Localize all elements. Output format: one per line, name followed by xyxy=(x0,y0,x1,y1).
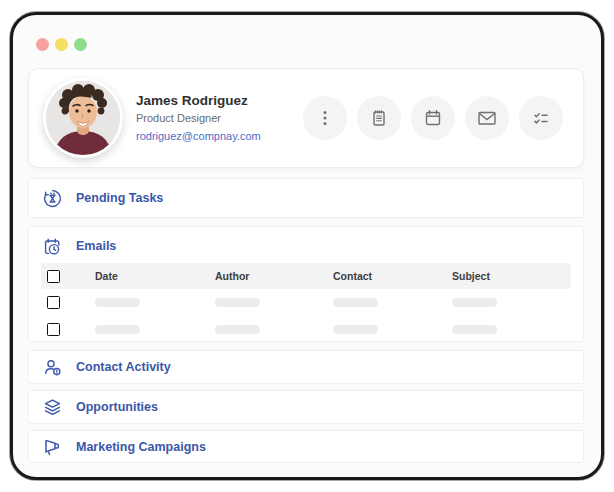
placeholder-author xyxy=(215,298,260,307)
minimize-button[interactable] xyxy=(55,38,68,51)
section-label: Opportunities xyxy=(76,400,158,414)
contact-email-link[interactable]: rodriguez@compnay.com xyxy=(136,131,261,142)
section-contact-activity[interactable]: Contact Activity xyxy=(28,350,584,384)
contact-role: Product Designer xyxy=(136,113,261,124)
section-pending-tasks[interactable]: Pending Tasks xyxy=(28,178,584,218)
placeholder-contact xyxy=(333,298,378,307)
column-header-contact: Contact xyxy=(333,270,452,282)
close-button[interactable] xyxy=(36,38,49,51)
placeholder-subject xyxy=(452,298,497,307)
hourglass-pending-icon xyxy=(42,188,63,209)
checklist-icon xyxy=(530,107,552,129)
layers-icon xyxy=(42,397,63,418)
notes-button[interactable] xyxy=(357,96,401,140)
envelope-icon xyxy=(475,106,499,130)
schedule-clock-icon xyxy=(42,236,63,257)
placeholder-date xyxy=(95,325,140,334)
section-label: Emails xyxy=(76,239,116,253)
tasks-button[interactable] xyxy=(519,96,563,140)
emails-table-header: Date Author Contact Subject xyxy=(41,263,571,289)
person-alert-icon xyxy=(42,357,63,378)
avatar-illustration xyxy=(46,81,120,155)
section-marketing-campaigns[interactable]: Marketing Campaigns xyxy=(28,430,584,463)
window-controls xyxy=(36,38,87,51)
contact-name: James Rodriguez xyxy=(136,94,261,108)
calendar-button[interactable] xyxy=(411,96,455,140)
placeholder-author xyxy=(215,325,260,334)
notepad-icon xyxy=(368,107,390,129)
column-header-date: Date xyxy=(95,270,215,282)
section-label: Contact Activity xyxy=(76,360,171,374)
email-button[interactable] xyxy=(465,96,509,140)
action-buttons xyxy=(303,96,563,140)
calendar-icon xyxy=(422,107,444,129)
row-checkbox[interactable] xyxy=(47,296,60,309)
maximize-button[interactable] xyxy=(74,38,87,51)
table-row[interactable] xyxy=(41,316,571,343)
section-label: Pending Tasks xyxy=(76,191,163,205)
placeholder-date xyxy=(95,298,140,307)
column-header-subject: Subject xyxy=(452,270,571,282)
megaphone-icon xyxy=(42,436,63,457)
placeholder-contact xyxy=(333,325,378,334)
app-window: James Rodriguez Product Designer rodrigu… xyxy=(10,12,604,480)
placeholder-subject xyxy=(452,325,497,334)
avatar xyxy=(43,78,123,158)
section-label: Marketing Campaigns xyxy=(76,440,206,454)
kebab-menu-icon xyxy=(314,107,336,129)
contact-info: James Rodriguez Product Designer rodrigu… xyxy=(136,94,261,143)
section-opportunities[interactable]: Opportunities xyxy=(28,390,584,424)
contact-profile-card: James Rodriguez Product Designer rodrigu… xyxy=(28,68,584,168)
column-header-author: Author xyxy=(215,270,333,282)
select-all-checkbox[interactable] xyxy=(47,270,60,283)
row-checkbox[interactable] xyxy=(47,323,60,336)
section-emails: Emails Date Author Contact Subject xyxy=(28,226,584,342)
more-options-button[interactable] xyxy=(303,96,347,140)
emails-section-header[interactable]: Emails xyxy=(29,231,583,261)
table-row[interactable] xyxy=(41,289,571,316)
